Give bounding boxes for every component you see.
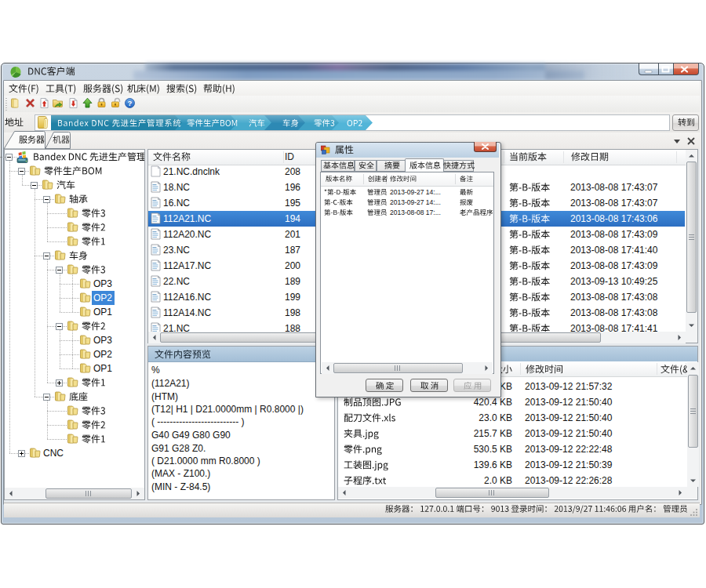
svg-text:?: ? [128,99,133,107]
